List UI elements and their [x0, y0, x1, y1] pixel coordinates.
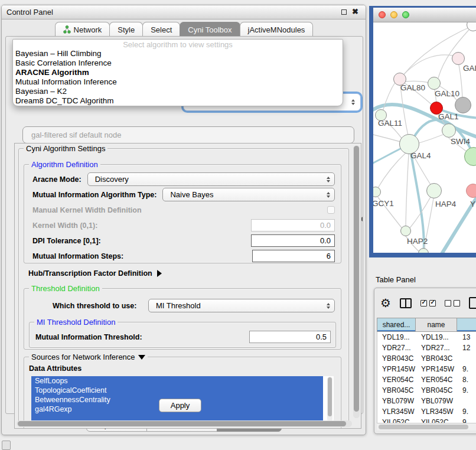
apply-button[interactable]: Apply	[159, 399, 201, 412]
mi-threshold-label: Mutual Information Threshold:	[35, 333, 142, 341]
manual-kernel-width-checkbox[interactable]	[327, 206, 335, 214]
network-window-titlebar[interactable]	[373, 8, 476, 22]
combo-stepper-icon	[327, 303, 330, 309]
table-row[interactable]: YDR27...YDR27...12	[377, 343, 476, 353]
algorithm-dropdown-items: Bayesian – Hill ClimbingBasic Correlatio…	[13, 49, 343, 106]
minimize-traffic-light-icon[interactable]	[390, 11, 397, 18]
node-label: HAP2	[407, 237, 428, 246]
algorithm-option-bayesian-k2[interactable]: Bayesian – K2	[13, 87, 343, 96]
control-panel-window: Control Panel NetworkStyleSelectCyni Too…	[1, 5, 366, 435]
network-node-hap4[interactable]	[426, 183, 442, 198]
select-checked-icon[interactable]	[420, 300, 436, 306]
algorithm-option-basic-correlation-inference[interactable]: Basic Correlation Inference	[13, 58, 343, 68]
table-cell: YLR345W	[377, 407, 416, 416]
desktop: Control Panel NetworkStyleSelectCyni Too…	[0, 0, 476, 450]
algorithm-option-mutual-information-inference[interactable]: Mutual Information Inference	[13, 77, 343, 87]
node-label: GAL	[463, 64, 476, 73]
algorithm-definition-group: Algorithm Definition Aracne Mode: Discov…	[24, 164, 341, 263]
network-node-gal10[interactable]	[428, 77, 441, 90]
data-attribute-topologicalcoefficient[interactable]: TopologicalCoefficient	[31, 386, 323, 395]
table-row[interactable]: YBR045CYBR045C9.	[377, 385, 476, 396]
float-window-icon[interactable]	[341, 9, 347, 15]
table-row[interactable]: YPR145WYPR145W9.	[377, 364, 476, 374]
mi-steps-field[interactable]	[252, 250, 335, 262]
table-row[interactable]: YIL052CYIL052C9	[377, 417, 476, 423]
tab-network[interactable]: Network	[55, 22, 110, 37]
network-node[interactable]	[455, 97, 471, 113]
settings-horizontal-scrollbar[interactable]	[17, 420, 352, 427]
close-icon[interactable]	[352, 7, 358, 16]
network-node-hap2[interactable]	[400, 226, 411, 236]
algorithm-option-dream8-dc-tdc-algorithm[interactable]: Dream8 DC_TDC Algorithm	[13, 96, 343, 106]
table-row[interactable]: YER054CYER054C8.	[377, 374, 476, 385]
table-cell: YBL079W	[377, 397, 416, 405]
table-cell: YER054C	[416, 376, 458, 384]
algorithm-option-aracne-algorithm[interactable]: ARACNE Algorithm	[13, 68, 343, 77]
table-panel-window: shared...name YDL19...YDL19...13YDR27...…	[374, 288, 476, 434]
hub-transcription-factor-section[interactable]: Hub/Transcription Factor Definition	[28, 269, 162, 278]
table-horizontal-scrollbar[interactable]	[377, 423, 476, 431]
table-row[interactable]: YLR345WYLR345W9.	[377, 406, 476, 417]
network-edge	[373, 135, 400, 142]
node-label: GAL4	[410, 151, 431, 160]
mi-threshold-field[interactable]	[249, 331, 331, 343]
tab-label: Style	[118, 25, 135, 34]
dpi-tolerance-field[interactable]	[251, 234, 335, 247]
data-attribute-selfloops[interactable]: SelfLoops	[31, 376, 323, 386]
manual-kernel-width-label: Manual Kernel Width Definition	[32, 206, 142, 214]
column-header-shared[interactable]: shared...	[377, 318, 416, 332]
table-row[interactable]: YBR043CYBR043C	[377, 353, 476, 364]
collapsed-panel-icon[interactable]	[2, 441, 11, 450]
table-horizontal-scrollbar-thumb[interactable]	[379, 425, 468, 429]
table-cell: 9.	[458, 365, 476, 373]
close-traffic-light-icon[interactable]	[379, 11, 386, 18]
algorithm-option-bayesian-hill-climbing[interactable]: Bayesian – Hill Climbing	[13, 49, 343, 58]
select-unchecked-icon[interactable]	[445, 300, 460, 306]
tab-select[interactable]: Select	[142, 22, 180, 37]
tab-jactivemnodules[interactable]: jActiveMNodules	[240, 22, 314, 37]
aracne-mode-combobox[interactable]: Discovery	[87, 172, 335, 186]
mi-algorithm-type-value: Naive Bayes	[170, 190, 327, 199]
network-edge	[404, 81, 429, 83]
threshold-definition-group: Threshold Definition Which threshold to …	[24, 288, 341, 350]
node-label: GAL80	[400, 83, 425, 92]
kernel-width-field[interactable]	[251, 219, 335, 231]
network-canvas[interactable]: GALGAL80GAL10GAL11GAL1SWI4GAL4GCY1HAP4YH…	[373, 22, 476, 253]
network-node-y[interactable]	[466, 184, 476, 198]
table-cell: 9	[458, 418, 476, 423]
network-node-gal1[interactable]	[442, 123, 456, 138]
gear-icon[interactable]	[380, 297, 391, 309]
column-header-attr[interactable]	[457, 318, 476, 332]
list-scrollbar-thumb[interactable]	[328, 377, 332, 416]
kernel-width-label: Kernel Width (0,1):	[32, 221, 97, 230]
sources-title: Sources for Network Inference	[31, 353, 135, 361]
which-threshold-combobox[interactable]: MI Threshold	[148, 299, 335, 312]
tab-label: Network	[74, 25, 102, 34]
tab-style[interactable]: Style	[109, 22, 143, 37]
network-selection-combobox[interactable]: gal-filtered sif default node	[22, 126, 354, 144]
table-cell: YDR27...	[377, 344, 416, 352]
column-header-name[interactable]: name	[416, 318, 457, 332]
table-toolbar	[380, 294, 476, 312]
document-icon[interactable]	[469, 297, 476, 309]
settings-horizontal-scrollbar-thumb[interactable]	[18, 421, 346, 426]
table-row[interactable]: YBL079WYBL079W	[377, 396, 476, 406]
settings-vertical-scrollbar[interactable]	[353, 145, 360, 418]
mi-algorithm-type-combobox[interactable]: Naive Bayes	[162, 188, 335, 201]
algorithm-dropdown-hint: Select algorithm to view settings	[13, 40, 343, 49]
table-cell: YDR27...	[416, 344, 458, 352]
table-row[interactable]: YDL19...YDL19...13	[377, 332, 476, 343]
collapse-arrow-icon[interactable]	[138, 355, 145, 360]
split-columns-icon[interactable]	[400, 298, 412, 308]
table-cell: 12	[458, 344, 476, 352]
node-label: SWI4	[451, 137, 470, 146]
settings-vertical-scrollbar-thumb[interactable]	[354, 146, 359, 412]
node-label: GCY1	[373, 199, 394, 208]
network-node-gal[interactable]	[452, 52, 465, 65]
data-attributes-label: Data Attributes	[29, 364, 335, 373]
tab-cyni-toolbox[interactable]: Cyni Toolbox	[180, 22, 240, 37]
list-scrollbar[interactable]	[327, 377, 332, 422]
zoom-traffic-light-icon[interactable]	[402, 11, 409, 18]
expand-arrow-icon[interactable]	[157, 270, 162, 277]
mi-algorithm-type-label: Mutual Information Algorithm Type:	[32, 191, 157, 199]
